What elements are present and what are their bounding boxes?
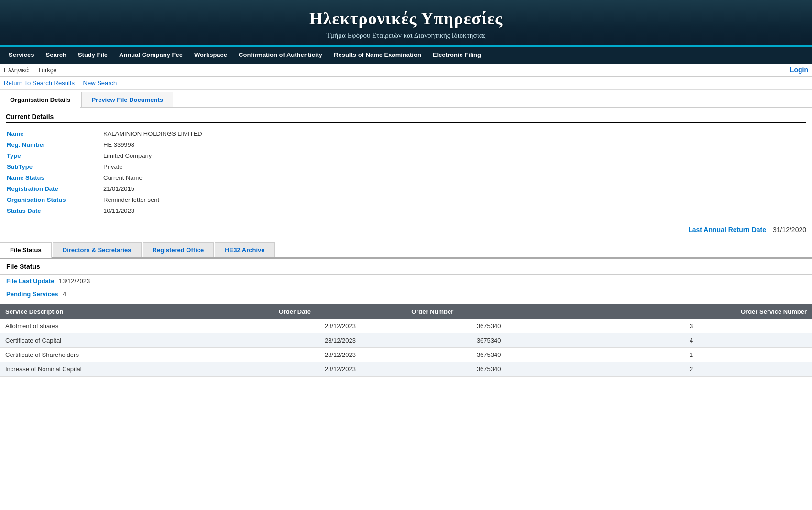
service-description: Increase of Nominal Capital [0,362,274,377]
details-label: Organisation Status [7,195,102,205]
greek-lang[interactable]: Ελληνικά [4,67,29,74]
details-value: Current Name [103,173,805,183]
return-to-search[interactable]: Return To Search Results [4,79,75,87]
order-number: 3675340 [406,333,571,348]
site-header: Ηλεκτρονικές Υπηρεσίες Τμήμα Εφόρου Εται… [0,0,812,47]
details-value: KALAMINION HOLDINGS LIMITED [103,129,805,139]
tab-registered-office[interactable]: Registered Office [143,242,214,257]
order-date: 28/12/2023 [274,362,406,377]
details-label: Type [7,151,102,161]
services-table-header: Service Description Order Date Order Num… [0,304,812,319]
service-description: Allotment of shares [0,319,274,333]
action-bar: Return To Search Results New Search [0,77,812,90]
order-service-number: 1 [571,348,812,362]
details-value: Reminder letter sent [103,195,805,205]
details-row: NameKALAMINION HOLDINGS LIMITED [7,129,805,139]
language-links: Ελληνικά | Türkçe [4,67,57,74]
lang-separator: | [33,67,34,74]
services-table-body: Allotment of shares28/12/202336753403Cer… [0,319,812,377]
table-row: Increase of Nominal Capital28/12/2023367… [0,362,812,377]
table-row: Certificate of Capital28/12/202336753404 [0,333,812,348]
tab-organisation-details[interactable]: Organisation Details [0,92,80,108]
details-label: Status Date [7,206,102,216]
tab-preview-file-documents[interactable]: Preview File Documents [81,92,173,107]
file-status-section: File Status File Last Update 13/12/2023 … [0,258,812,377]
nav-name-examination[interactable]: Results of Name Examination [328,47,427,64]
order-service-number: 4 [571,333,812,348]
order-date: 28/12/2023 [274,333,406,348]
details-row: Status Date10/11/2023 [7,206,805,216]
login-link[interactable]: Login [790,66,808,74]
current-details-title: Current Details [6,113,806,123]
order-date: 28/12/2023 [274,348,406,362]
nav-services[interactable]: Services [3,47,40,64]
current-details-section: Current Details NameKALAMINION HOLDINGS … [0,108,812,222]
order-service-number: 3 [571,319,812,333]
file-status-title: File Status [0,259,812,275]
nav-electronic-filing[interactable]: Electronic Filing [427,47,487,64]
order-number: 3675340 [406,362,571,377]
col-order-number: Order Number [406,304,571,319]
service-description: Certificate of Shareholders [0,348,274,362]
details-row: SubTypePrivate [7,162,805,172]
services-table: Service Description Order Date Order Num… [0,304,812,377]
details-label: Name Status [7,173,102,183]
order-number: 3675340 [406,319,571,333]
details-row: TypeLimited Company [7,151,805,161]
order-number: 3675340 [406,348,571,362]
file-last-update-value: 13/12/2023 [59,277,90,285]
site-title: Ηλεκτρονικές Υπηρεσίες [10,9,802,29]
annual-return-label: Last Annual Return Date [688,226,766,233]
nav-search[interactable]: Search [40,47,72,64]
bottom-tabs: File Status Directors & Secretaries Regi… [0,242,812,258]
details-value: HE 339998 [103,140,805,150]
details-label: Reg. Number [7,140,102,150]
new-search[interactable]: New Search [83,79,117,87]
nav-study-file[interactable]: Study File [72,47,113,64]
file-last-update-label: File Last Update [6,277,54,285]
annual-return-value: 31/12/2020 [773,226,806,233]
tab-file-status[interactable]: File Status [0,242,52,258]
details-value: Limited Company [103,151,805,161]
top-tabs: Organisation Details Preview File Docume… [0,92,812,108]
details-label: Registration Date [7,184,102,194]
details-label: Name [7,129,102,139]
main-navbar: Services Search Study File Annual Compan… [0,47,812,64]
nav-workspace[interactable]: Workspace [188,47,233,64]
details-row: Registration Date21/01/2015 [7,184,805,194]
pending-services-value: 4 [63,290,66,298]
table-row: Allotment of shares28/12/202336753403 [0,319,812,333]
details-label: SubType [7,162,102,172]
details-value: Private [103,162,805,172]
col-order-service-number: Order Service Number [571,304,812,319]
file-status-info: File Last Update 13/12/2023 [0,275,812,288]
details-table: NameKALAMINION HOLDINGS LIMITEDReg. Numb… [6,128,806,217]
tab-directors-secretaries[interactable]: Directors & Secretaries [53,242,142,257]
col-order-date: Order Date [274,304,406,319]
turkish-lang[interactable]: Türkçe [38,67,57,74]
lang-bar: Ελληνικά | Türkçe Login [0,64,812,77]
details-row: Organisation StatusReminder letter sent [7,195,805,205]
order-date: 28/12/2023 [274,319,406,333]
site-subtitle: Τμήμα Εφόρου Εταιρειών και Διανοητικής Ι… [10,32,802,40]
details-value: 10/11/2023 [103,206,805,216]
details-row: Reg. NumberHE 339998 [7,140,805,150]
col-service-description: Service Description [0,304,274,319]
order-service-number: 2 [571,362,812,377]
table-row: Certificate of Shareholders28/12/2023367… [0,348,812,362]
details-value: 21/01/2015 [103,184,805,194]
nav-annual-fee[interactable]: Annual Company Fee [113,47,188,64]
annual-return-row: Last Annual Return Date 31/12/2020 [0,222,812,237]
details-row: Name StatusCurrent Name [7,173,805,183]
pending-services-info: Pending Services 4 [0,288,812,300]
service-description: Certificate of Capital [0,333,274,348]
nav-confirmation[interactable]: Confirmation of Authenticity [233,47,328,64]
tab-he32-archive[interactable]: HE32 Archive [215,242,274,257]
pending-services-label: Pending Services [6,290,58,298]
